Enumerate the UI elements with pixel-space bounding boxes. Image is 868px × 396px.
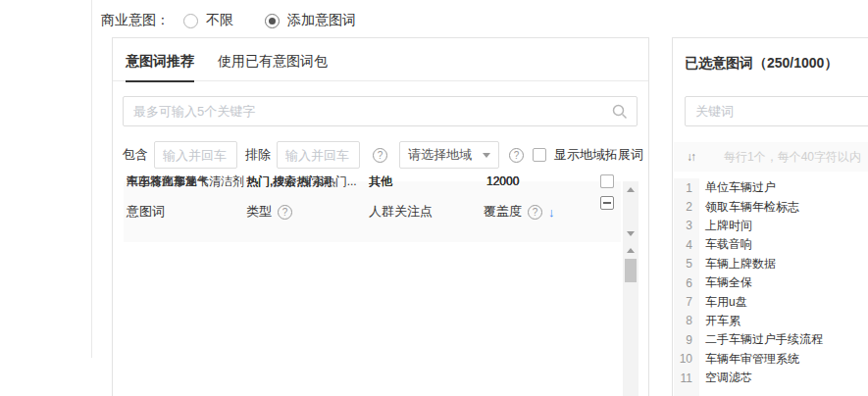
column-header-audience-focus: 人群关注点 <box>369 203 433 221</box>
radio-add-intent-words-label: 添加意图词 <box>287 12 356 29</box>
intent-word-picker-screen: 商业意图： 不限 添加意图词 意图词推荐 使用已有意图词包 包含 排除 <box>0 0 868 396</box>
list-item: 8 开车累 <box>674 312 868 330</box>
cell-type: 热门,核心,搜索热门... <box>246 173 357 190</box>
table-header-row: 意图词 类型 ? 人群关注点 覆盖度 ? ↓ <box>124 181 621 242</box>
coverage-sort-desc-icon[interactable]: ↓ <box>548 205 555 220</box>
list-item-word: 空调滤芯 <box>705 370 752 386</box>
list-item-word: 车载音响 <box>705 236 752 253</box>
list-item: 7 车用u盘 <box>674 292 868 311</box>
list-item: 2 领取车辆年检标志 <box>674 197 868 216</box>
column-header-intent-word: 意图词 <box>127 203 165 221</box>
show-region-words-checkbox[interactable] <box>533 148 546 162</box>
selected-intent-words-panel: 已选意图词（250/1000） ↓↑ 每行1个，每个40字符以内 1 单位车辆过… <box>672 37 868 396</box>
list-item-word: 车用u盘 <box>705 294 747 311</box>
list-item-word: 车辆全保 <box>705 274 752 291</box>
radio-unlimited-icon[interactable] <box>183 14 198 28</box>
keyword-search-box <box>123 96 638 126</box>
selected-words-filter-box <box>685 96 868 126</box>
commercial-intent-row: 商业意图： 不限 添加意图词 <box>101 10 356 31</box>
show-region-words-label: 显示地域拓展词 <box>554 146 643 164</box>
radio-option-add-intent-words[interactable]: 添加意图词 <box>265 12 356 29</box>
radio-option-unlimited[interactable]: 不限 <box>183 12 233 29</box>
column-header-type: 类型 ? <box>246 203 292 221</box>
list-item: 4 车载音响 <box>674 235 868 254</box>
list-item-number: 4 <box>674 238 699 252</box>
list-item-number: 1 <box>674 181 699 195</box>
list-item: 10 车辆年审管理系统 <box>674 350 868 369</box>
scrollbar-thumb[interactable] <box>625 259 637 282</box>
chevron-down-icon <box>483 153 490 158</box>
list-item-number: 2 <box>674 200 699 214</box>
cell-intent-word: 汽车漆面修复 <box>127 173 197 190</box>
list-item: 11 空调滤芯 <box>674 369 868 387</box>
scroll-up-icon[interactable] <box>627 187 635 192</box>
list-item-number: 10 <box>674 352 699 366</box>
filter-help-icon[interactable]: ? <box>373 148 387 163</box>
coverage-help-icon[interactable]: ? <box>528 205 542 220</box>
list-item-word: 单位车辆过户 <box>705 179 776 196</box>
selected-words-filter-input[interactable] <box>686 97 868 125</box>
include-input[interactable] <box>154 141 237 169</box>
radio-unlimited-label: 不限 <box>206 12 233 29</box>
left-section-divider <box>91 0 92 358</box>
type-help-icon[interactable]: ? <box>278 205 292 220</box>
list-item-word: 领取车辆年检标志 <box>705 199 799 216</box>
region-select-value: 请选择地域 <box>408 146 472 164</box>
tab-existing-intent-word-pack[interactable]: 使用已有意图词包 <box>218 38 328 81</box>
search-icon[interactable] <box>612 104 628 120</box>
sort-arrows-icon[interactable]: ↓↑ <box>687 150 694 164</box>
list-item-number: 6 <box>674 276 699 290</box>
scroll-down-icon[interactable] <box>627 231 635 236</box>
list-item-word: 车辆年审管理系统 <box>705 351 799 368</box>
scroll-up-icon[interactable] <box>627 248 635 253</box>
keyword-search-input[interactable] <box>124 97 637 125</box>
list-item-word: 上牌时间 <box>705 218 752 234</box>
exclude-label: 排除 <box>245 146 271 164</box>
region-help-icon[interactable]: ? <box>509 148 524 163</box>
list-item-word: 车辆上牌数据 <box>705 256 776 272</box>
tab-bar: 意图词推荐 使用已有意图词包 <box>113 38 648 81</box>
tab-intent-word-recommend[interactable]: 意图词推荐 <box>126 38 194 81</box>
radio-add-intent-words-icon[interactable] <box>265 14 280 28</box>
list-item-number: 9 <box>674 333 699 347</box>
select-all-checkbox-indeterminate[interactable] <box>600 196 614 210</box>
list-item-word: 二手车辆过户手续流程 <box>705 331 823 348</box>
selected-words-hint-row: ↓↑ 每行1个，每个40字符以内 <box>674 142 868 172</box>
entry-format-hint: 每行1个，每个40字符以内 <box>724 149 861 166</box>
list-item-number: 11 <box>674 371 699 385</box>
selected-words-list: 1 单位车辆过户 2 领取车辆年检标志 3 上牌时间 4 车载音响 <box>674 178 868 396</box>
intent-word-table: 意图词 类型 ? 人群关注点 覆盖度 ? ↓ <box>124 181 638 396</box>
list-item: 1 单位车辆过户 <box>674 178 868 197</box>
region-select[interactable]: 请选择地域 <box>399 141 499 169</box>
list-item-number: 7 <box>674 295 699 309</box>
exclude-input[interactable] <box>277 141 360 169</box>
table-body-scrollbar <box>623 242 638 396</box>
column-header-coverage: 覆盖度 ? ↓ <box>484 203 555 221</box>
filter-row: 包含 排除 ? 请选择地域 ? 显示地域拓展词 <box>123 141 643 169</box>
row-select-checkbox[interactable] <box>600 174 614 188</box>
list-item-number: 8 <box>674 314 699 327</box>
include-label: 包含 <box>123 146 148 164</box>
cell-audience-focus: 其他 <box>369 173 392 190</box>
cell-coverage: 12000 <box>486 174 519 188</box>
list-item-word: 开车累 <box>705 313 740 329</box>
list-item-number: 5 <box>674 257 699 271</box>
list-item: 5 车辆上牌数据 <box>674 255 868 273</box>
list-item: 9 二手车辆过户手续流程 <box>674 330 868 349</box>
list-item-number: 3 <box>674 219 699 232</box>
header-scrollbar <box>623 181 638 242</box>
list-item: 6 车辆全保 <box>674 273 868 292</box>
intent-word-panel: 意图词推荐 使用已有意图词包 包含 排除 ? 请选择地域 ? 显示地域拓展词 <box>112 37 649 396</box>
selected-words-title: 已选意图词（250/1000） <box>685 55 838 73</box>
commercial-intent-label: 商业意图： <box>101 12 170 29</box>
list-item: 3 上牌时间 <box>674 217 868 235</box>
